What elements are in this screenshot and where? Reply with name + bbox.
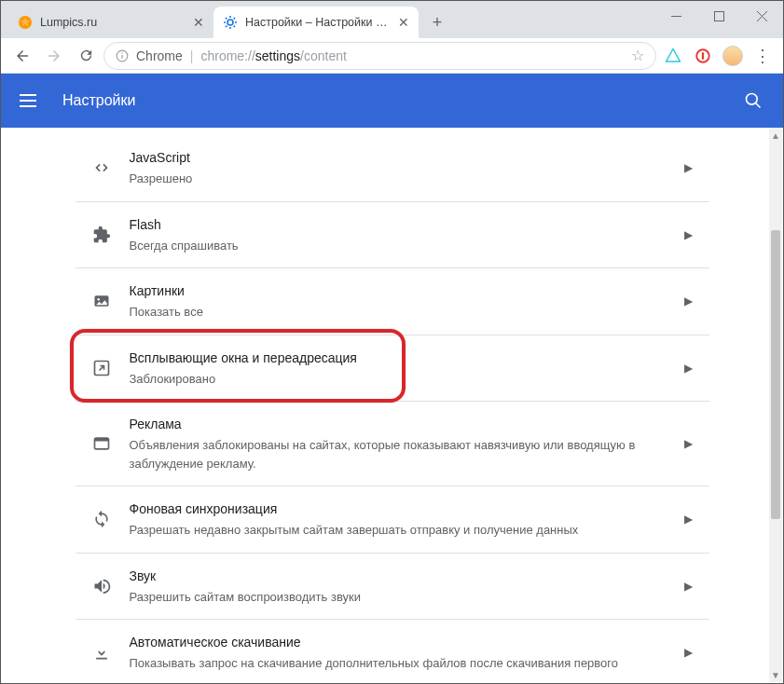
setting-title: Картинки [130,281,666,301]
profile-avatar[interactable] [720,43,746,69]
setting-row-puzzle[interactable]: FlashВсегда спрашивать▶ [76,201,709,268]
reload-button[interactable] [72,42,100,70]
tab-close-button[interactable]: ✕ [398,16,409,29]
scrollbar[interactable]: ▲ ▼ [769,128,782,682]
svg-rect-10 [702,52,704,60]
chevron-right-icon: ▶ [684,513,693,526]
setting-subtitle: Показать все [130,303,666,321]
svg-point-11 [747,94,758,105]
setting-subtitle: Заблокировано [130,370,666,389]
url-scheme-label: Chrome [136,48,183,63]
svg-rect-17 [94,438,108,441]
extension-icon-2[interactable] [690,43,716,69]
code-icon [92,158,130,177]
back-button[interactable] [8,42,36,70]
bookmark-star-icon[interactable]: ☆ [631,47,644,64]
sound-icon [92,577,130,595]
setting-subtitle: Разрешено [130,170,666,188]
svg-rect-7 [121,54,122,58]
hamburger-menu-button[interactable] [20,89,42,112]
browser-tab-lumpics[interactable]: Lumpics.ru ✕ [8,7,213,38]
window-controls [654,1,783,31]
browser-tab-settings[interactable]: Настройки – Настройки сайта ✕ [213,7,419,38]
popup-icon [92,359,130,377]
svg-point-14 [97,298,100,301]
window-maximize-button[interactable] [697,1,740,31]
tab-title: Настройки – Настройки сайта [245,16,391,29]
setting-title: JavaScript [130,148,666,168]
url-text: chrome://settings/content [200,48,346,63]
page-title: Настройки [62,92,742,109]
chevron-right-icon: ▶ [684,294,693,308]
setting-row-sync[interactable]: Фоновая синхронизацияРазрешать недавно з… [76,486,709,553]
setting-row-download[interactable]: Автоматическое скачиваниеПоказывать запр… [76,619,709,683]
setting-row-sound[interactable]: ЗвукРазрешить сайтам воспроизводить звук… [76,553,709,620]
settings-content: JavaScriptРазрешено▶FlashВсегда спрашива… [1,128,783,683]
chevron-right-icon: ▶ [684,580,693,593]
favicon-lumpics-icon [18,15,33,30]
search-settings-button[interactable] [742,89,764,112]
sync-icon [92,510,130,528]
setting-row-image[interactable]: КартинкиПоказать все▶ [76,267,709,335]
site-info-icon [116,49,129,62]
svg-rect-8 [121,52,122,53]
favicon-settings-icon [223,15,238,30]
scroll-up-button[interactable]: ▲ [769,128,782,143]
svg-rect-1 [714,11,723,21]
setting-title: Автоматическое скачивание [130,633,666,652]
puzzle-icon [92,226,130,244]
tab-title: Lumpics.ru [40,16,186,29]
browser-menu-button[interactable]: ⋮ [750,43,776,69]
scroll-down-button[interactable]: ▼ [769,667,782,682]
svg-line-12 [756,103,761,108]
chevron-right-icon: ▶ [684,646,693,659]
setting-title: Звук [130,567,666,586]
setting-title: Всплывающие окна и переадресация [130,349,666,368]
setting-title: Фоновая синхронизация [130,499,666,519]
window-close-button[interactable] [740,1,783,31]
forward-button[interactable] [40,42,68,70]
setting-subtitle: Объявления заблокированы на сайтах, кото… [130,436,666,472]
chevron-right-icon: ▶ [684,437,693,450]
setting-row-code[interactable]: JavaScriptРазрешено▶ [76,135,709,201]
setting-subtitle: Всегда спрашивать [130,237,666,255]
scrollbar-thumb[interactable] [771,230,780,519]
setting-row-ad[interactable]: РекламаОбъявления заблокированы на сайта… [76,401,709,486]
setting-subtitle: Разрешать недавно закрытым сайтам заверш… [130,521,666,540]
setting-row-popup[interactable]: Всплывающие окна и переадресацияЗаблокир… [76,335,709,402]
omnibox[interactable]: Chrome | chrome://settings/content ☆ [103,42,656,70]
chevron-right-icon: ▶ [684,161,693,174]
setting-title: Flash [130,215,666,235]
download-icon [92,643,130,662]
setting-subtitle: Разрешить сайтам воспроизводить звуки [130,588,666,607]
window-minimize-button[interactable] [654,1,697,31]
settings-header: Настройки [1,74,783,128]
chevron-right-icon: ▶ [684,228,693,241]
setting-title: Реклама [130,415,666,434]
image-icon [92,292,130,310]
new-tab-button[interactable]: + [424,9,450,35]
svg-point-5 [227,20,233,25]
chevron-right-icon: ▶ [684,362,693,375]
setting-subtitle: Показывать запрос на скачивание дополнит… [130,654,666,673]
extension-icon-1[interactable] [660,43,686,69]
ad-icon [92,434,130,453]
address-bar: Chrome | chrome://settings/content ☆ ⋮ [1,38,783,74]
tab-close-button[interactable]: ✕ [193,16,204,29]
